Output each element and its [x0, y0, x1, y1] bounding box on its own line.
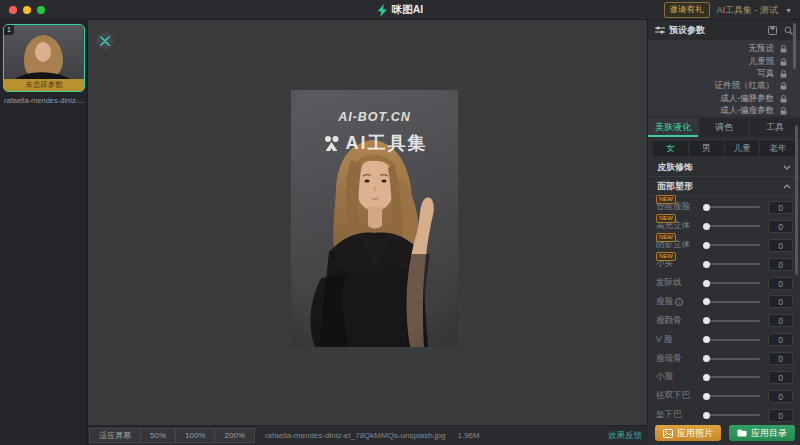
lock-icon [780, 45, 787, 53]
subject-type-option[interactable]: 儿童 [724, 141, 760, 156]
preset-item[interactable]: 成人-偏瘦参数 [648, 105, 800, 117]
search-icon[interactable] [784, 26, 793, 35]
panel-tab[interactable]: 美肤液化 [648, 118, 698, 137]
panel-tab[interactable]: 工具 [749, 118, 800, 137]
zoom-option-button[interactable]: 50% [140, 428, 176, 443]
slider-value[interactable]: 0 [768, 258, 793, 271]
presets-list: 无预设 儿童照 写真 [648, 40, 800, 116]
slider-list: NEW 智能瘦脸 0 NEW 高光立体 [648, 196, 800, 425]
slider-value[interactable]: 0 [768, 295, 793, 308]
apply-folder-label: 应用目录 [751, 427, 787, 440]
photo-preview[interactable]: AI-BOT.CN AI工具集 [291, 90, 458, 347]
slider-value[interactable]: 0 [768, 371, 793, 384]
slider-track[interactable] [704, 395, 760, 397]
slider-row: 瘦脸 0 [648, 292, 800, 311]
slider-handle[interactable] [703, 412, 710, 419]
slider-row: 小脸 0 [648, 368, 800, 387]
account-menu[interactable]: AI工具集 - 测试 [717, 4, 779, 17]
invite-badge-button[interactable]: 邀请有礼 [664, 2, 710, 18]
section-title: 皮肤修饰 [657, 161, 693, 174]
tab-label: 美肤液化 [655, 121, 691, 134]
slider-label-text: 垫下巴 [656, 409, 682, 421]
preset-label: 证件照（红底） [715, 80, 775, 92]
subject-type-option[interactable]: 老年 [759, 141, 795, 156]
apply-photo-button[interactable]: 应用照片 [655, 425, 721, 441]
new-badge: NEW [656, 195, 676, 204]
preset-label: 无预设 [749, 43, 775, 55]
statusbar: 适应屏幕50%100%200% rafaella-mendes-diniz-et… [88, 425, 648, 445]
presets-scrollbar[interactable] [793, 23, 796, 69]
preset-label: 写真 [757, 68, 774, 80]
presets-header: 预设参数 [648, 20, 800, 40]
slider-handle[interactable] [703, 374, 710, 381]
slider-handle[interactable] [703, 298, 710, 305]
section-face-shaping[interactable]: 面部塑形 [648, 177, 800, 196]
image-thumbnail[interactable]: 1 未选择参数 [3, 24, 85, 92]
slider-handle[interactable] [703, 261, 710, 268]
titlebar-right: 邀请有礼 AI工具集 - 测试 ▼ [664, 0, 792, 20]
slider-track[interactable] [704, 376, 760, 378]
slider-row: V 脸 0 [648, 330, 800, 349]
preset-item[interactable]: 写真 [648, 68, 800, 80]
statusbar-filesize: 1.96M [457, 431, 479, 440]
preset-item[interactable]: 成人-偏胖参数 [648, 93, 800, 105]
slider-handle[interactable] [703, 242, 710, 249]
slider-track[interactable] [704, 301, 760, 303]
thumbnail-status-banner: 未选择参数 [4, 79, 84, 91]
save-preset-icon[interactable] [768, 26, 777, 35]
slider-track[interactable] [704, 320, 760, 322]
slider-value[interactable]: 0 [768, 201, 793, 214]
slider-value[interactable]: 0 [768, 277, 793, 290]
slider-track[interactable] [704, 358, 760, 360]
subject-type-option[interactable]: 男 [688, 141, 724, 156]
window-close-button[interactable] [9, 6, 17, 14]
zoom-option-button[interactable]: 200% [214, 428, 254, 443]
slider-value[interactable]: 0 [768, 314, 793, 327]
slider-handle[interactable] [703, 280, 710, 287]
preset-item[interactable]: 儿童照 [648, 55, 800, 67]
panel-tab[interactable]: 调色 [698, 118, 749, 137]
preset-item[interactable]: 证件照（红底） [648, 80, 800, 92]
slider-track[interactable] [704, 339, 760, 341]
section-skin-retouch[interactable]: 皮肤修饰 [648, 158, 800, 177]
slider-track[interactable] [704, 225, 760, 227]
editor-canvas: AI-BOT.CN AI工具集 [88, 20, 648, 425]
chevron-down-icon[interactable]: ▼ [785, 7, 792, 14]
apply-photo-label: 应用照片 [677, 427, 713, 440]
slider-value[interactable]: 0 [768, 239, 793, 252]
slider-handle[interactable] [703, 336, 710, 343]
window-controls [9, 6, 45, 14]
slider-value[interactable]: 0 [768, 390, 793, 403]
slider-value[interactable]: 0 [768, 409, 793, 422]
preset-label: 成人-偏胖参数 [720, 93, 774, 105]
slider-track[interactable] [704, 282, 760, 284]
subject-type-option[interactable]: 女 [653, 141, 688, 156]
slider-track[interactable] [704, 263, 760, 265]
slider-label: 瘦颌骨 [656, 353, 702, 365]
slider-label-text: 瘦颧骨 [656, 315, 682, 327]
presets-header-icons [768, 26, 793, 35]
close-image-button[interactable] [96, 32, 114, 50]
slider-handle[interactable] [703, 204, 710, 211]
zoom-option-button[interactable]: 100% [175, 428, 215, 443]
apply-folder-button[interactable]: 应用目录 [729, 425, 795, 441]
slider-value[interactable]: 0 [768, 333, 793, 346]
tab-label: 调色 [715, 121, 733, 134]
slider-handle[interactable] [703, 317, 710, 324]
window-minimize-button[interactable] [23, 6, 31, 14]
slider-handle[interactable] [703, 393, 710, 400]
thumbnail-index-badge: 1 [4, 25, 14, 35]
slider-value[interactable]: 0 [768, 220, 793, 233]
slider-track[interactable] [704, 206, 760, 208]
slider-handle[interactable] [703, 355, 710, 362]
feedback-link[interactable]: 效果反馈 [608, 430, 642, 442]
slider-handle[interactable] [703, 223, 710, 230]
panel-scrollbar[interactable] [795, 125, 798, 275]
window-zoom-button[interactable] [37, 6, 45, 14]
section-title: 面部塑形 [657, 180, 693, 193]
slider-value[interactable]: 0 [768, 352, 793, 365]
preset-item[interactable]: 无预设 [648, 43, 800, 55]
slider-track[interactable] [704, 244, 760, 246]
zoom-option-button[interactable]: 适应屏幕 [89, 428, 141, 443]
slider-track[interactable] [704, 414, 760, 416]
